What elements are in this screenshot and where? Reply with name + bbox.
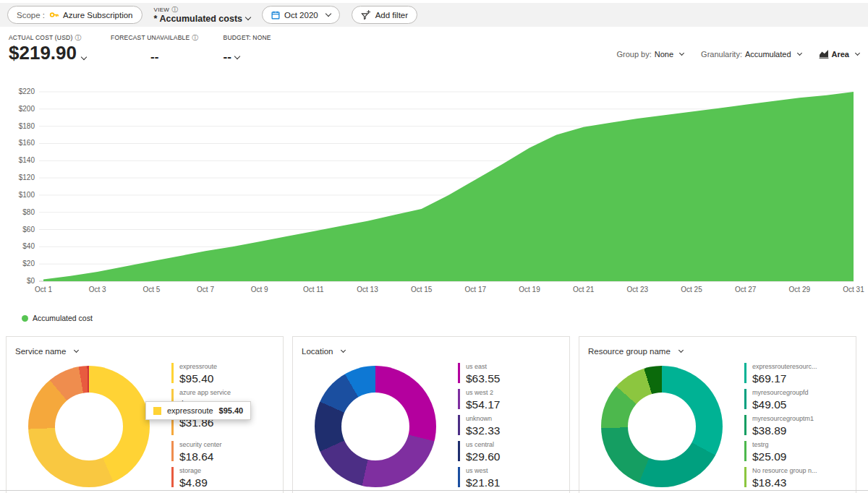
legend-value: $32.33 xyxy=(466,424,561,437)
legend-item: storage$4.89 xyxy=(171,467,274,487)
scope-value: Azure Subscription xyxy=(63,11,133,20)
legend-item: us east$63.55 xyxy=(458,363,561,383)
chevron-down-icon xyxy=(855,51,860,56)
legend-item: expressrouteresourc...$69.17 xyxy=(744,363,847,383)
legend-item: myresourcegrouptm1$38.89 xyxy=(744,415,847,435)
granularity-dropdown[interactable]: Granularity: Accumulated xyxy=(701,50,801,59)
key-icon xyxy=(49,10,59,20)
chevron-down-icon xyxy=(234,53,240,59)
legend-label: unknown xyxy=(466,415,561,423)
add-filter-button[interactable]: Add filter xyxy=(352,6,417,24)
legend-label: us east xyxy=(466,363,561,371)
location-dropdown[interactable]: Location xyxy=(302,347,345,356)
scope-label: Scope : xyxy=(17,11,45,20)
service-name-dropdown[interactable]: Service name xyxy=(15,347,78,356)
chevron-down-icon xyxy=(796,51,801,56)
legend-dot xyxy=(22,315,28,322)
chevron-down-icon xyxy=(245,14,251,20)
x-axis-label: Oct 15 xyxy=(411,286,432,293)
legend-item: myresourcegroupfd$49.05 xyxy=(744,389,847,409)
legend-label: expressrouteresourc... xyxy=(752,363,847,371)
chart-type-dropdown[interactable]: Area xyxy=(819,50,859,59)
budget-label: BUDGET: NONE xyxy=(224,34,271,41)
kpi-actual-cost: ACTUAL COST (USD) ⓘ $219.90 xyxy=(9,34,86,64)
date-range-picker[interactable]: Oct 2020 xyxy=(262,6,340,24)
legend-value: $95.40 xyxy=(179,372,274,385)
kpi-forecast: FORECAST UNAVAILABLE ⓘ -- xyxy=(111,34,199,64)
chevron-down-icon xyxy=(341,348,346,353)
panel-title: Service name xyxy=(15,347,66,356)
granularity-value: Accumulated xyxy=(745,50,791,59)
legend-label: us west 2 xyxy=(466,389,561,397)
group-by-label: Group by: xyxy=(616,50,651,59)
forecast-value: -- xyxy=(111,50,199,64)
calendar-icon xyxy=(271,11,280,20)
legend-label: azure app service xyxy=(179,389,274,397)
tooltip-swatch xyxy=(153,407,161,415)
budget-dropdown[interactable]: -- xyxy=(224,50,271,64)
actual-cost-dropdown[interactable]: $219.90 xyxy=(9,43,86,64)
legend-item: security center$18.64 xyxy=(171,441,274,461)
y-axis-label: $180 xyxy=(0,122,35,130)
y-axis-label: $20 xyxy=(0,260,35,267)
group-by-value: None xyxy=(655,50,673,59)
add-filter-label: Add filter xyxy=(375,11,408,20)
legend-value: $25.09 xyxy=(752,450,847,463)
info-icon: ⓘ xyxy=(171,7,178,13)
x-axis-label: Oct 27 xyxy=(735,286,756,293)
legend-item: expressroute$95.40 xyxy=(171,363,274,383)
legend-value: $18.43 xyxy=(752,476,847,489)
actual-cost-value: $219.90 xyxy=(9,43,77,64)
actual-cost-label: ACTUAL COST (USD) xyxy=(9,34,72,41)
chart-legend: Accumulated cost xyxy=(0,313,868,323)
info-icon: ⓘ xyxy=(192,35,198,41)
x-axis-label: Oct 3 xyxy=(89,286,106,293)
info-icon: ⓘ xyxy=(75,35,81,41)
tooltip-value: $95.40 xyxy=(219,406,244,415)
legend-item: testrg$25.09 xyxy=(744,441,847,461)
legend-value: $18.64 xyxy=(179,450,274,463)
legend-value: $21.81 xyxy=(466,476,561,489)
chart-tooltip: expressroute $95.40 xyxy=(145,401,251,420)
legend-value: $49.05 xyxy=(752,398,847,411)
x-axis-label: Oct 31 xyxy=(843,286,864,293)
kpi-budget: BUDGET: NONE -- xyxy=(224,34,271,64)
service-name-donut[interactable] xyxy=(28,366,150,487)
legend-item: us central$29.60 xyxy=(458,441,561,461)
legend-value: $69.17 xyxy=(752,372,847,385)
group-by-dropdown[interactable]: Group by: None xyxy=(616,50,684,59)
view-value: * Accumulated costs xyxy=(154,14,243,24)
legend-item: No resource group n...$18.43 xyxy=(744,467,847,487)
panel-title: Location xyxy=(302,347,333,356)
location-donut[interactable] xyxy=(315,366,436,487)
x-axis-label: Oct 13 xyxy=(357,286,378,293)
chevron-down-icon xyxy=(679,51,684,56)
legend-label: us central xyxy=(466,441,561,449)
accumulated-cost-chart[interactable]: $0$20$40$60$80$100$120$140$160$180$200$2… xyxy=(0,79,868,297)
y-axis-label: $220 xyxy=(0,87,35,95)
kpi-row: ACTUAL COST (USD) ⓘ $219.90 FORECAST UNA… xyxy=(0,27,868,79)
panel-title: Resource group name xyxy=(588,347,671,356)
tooltip-label: expressroute xyxy=(167,406,213,415)
y-axis-label: $0 xyxy=(0,277,35,285)
legend-label: myresourcegroupfd xyxy=(752,389,847,397)
resource-group-panel: Resource group name expressrouteresourc.… xyxy=(579,336,856,493)
legend-item: us west$21.81 xyxy=(458,467,561,487)
resource-group-dropdown[interactable]: Resource group name xyxy=(588,347,683,356)
x-axis-label: Oct 1 xyxy=(35,286,52,293)
resource-group-donut[interactable] xyxy=(601,366,723,487)
view-picker[interactable]: VIEW ⓘ * Accumulated costs xyxy=(154,7,251,24)
scope-picker[interactable]: Scope : Azure Subscription xyxy=(7,6,142,24)
y-axis-label: $200 xyxy=(0,105,35,113)
x-axis-label: Oct 11 xyxy=(303,286,324,293)
x-axis-label: Oct 25 xyxy=(681,286,702,293)
y-axis-label: $120 xyxy=(0,173,35,181)
view-label: VIEW xyxy=(154,7,170,13)
legend-label: myresourcegrouptm1 xyxy=(752,415,847,423)
donut-legend: us east$63.55us west 2$54.17unknown$32.3… xyxy=(458,363,561,493)
breakdown-panels: Service name expressroute$95.40azure app… xyxy=(0,336,868,493)
legend-label: testrg xyxy=(752,441,847,449)
service-name-panel: Service name expressroute$95.40azure app… xyxy=(6,336,284,493)
toolbar: Scope : Azure Subscription VIEW ⓘ * Accu… xyxy=(0,3,868,27)
legend-item: unknown$32.33 xyxy=(458,415,561,435)
